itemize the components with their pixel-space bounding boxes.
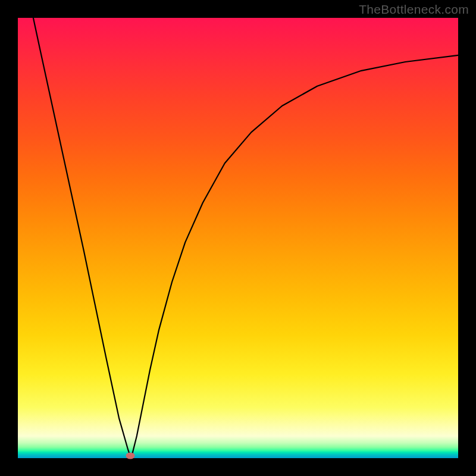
plot-area: [18, 18, 458, 458]
minimum-marker: [126, 453, 134, 459]
chart-frame: TheBottleneck.com: [0, 0, 476, 476]
bottleneck-curve: [18, 18, 458, 458]
watermark-text: TheBottleneck.com: [359, 2, 469, 17]
